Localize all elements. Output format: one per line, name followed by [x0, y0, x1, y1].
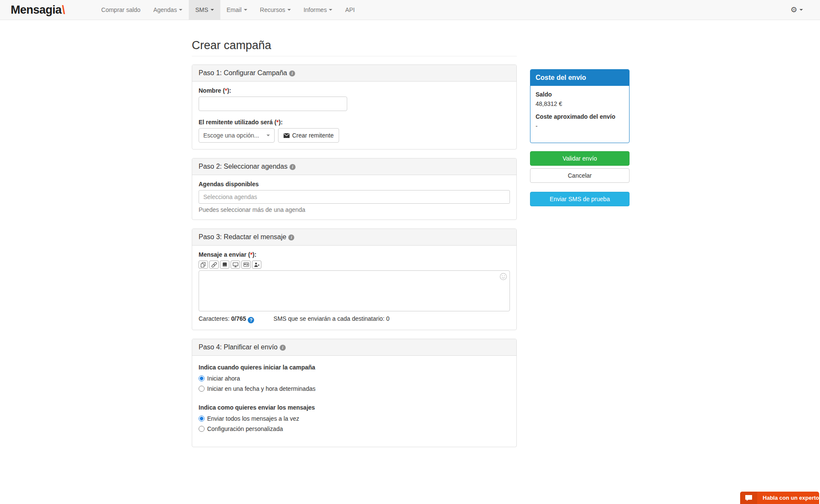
nav-item-comprar-saldo[interactable]: Comprar saldo [95, 0, 147, 20]
cost-panel: Coste del envío Saldo 48,8312 € Coste ap… [530, 69, 630, 143]
chevron-down-icon [244, 9, 247, 11]
radio-input[interactable] [199, 386, 205, 392]
help-question-icon[interactable]: ? [248, 317, 254, 323]
radio-input[interactable] [199, 426, 205, 432]
emoji-icon[interactable] [500, 273, 507, 280]
chevron-down-icon [179, 9, 182, 11]
message-textarea[interactable] [199, 270, 510, 311]
panel-step1-heading: Paso 1: Configurar Campañai [192, 65, 516, 82]
radio-input[interactable] [199, 416, 205, 422]
agendas-help-text: Puedes seleccionar más de una agenda [199, 206, 510, 213]
cost-panel-title: Coste del envío [530, 70, 629, 86]
radio-option-iniciar-ahora[interactable]: Iniciar ahora [199, 375, 510, 382]
panel-step2: Paso 2: Seleccionar agendasi Agendas dis… [192, 158, 517, 220]
start-group-label: Indica cuando quieres iniciar la campaña [199, 364, 510, 371]
chat-expert-button[interactable]: Habla con un experto [740, 492, 819, 504]
chevron-down-icon [287, 9, 291, 11]
panel-step4: Paso 4: Planificar el envíoi Indica cuan… [192, 339, 517, 447]
info-icon[interactable]: i [290, 164, 296, 170]
monitor-icon[interactable] [231, 261, 240, 269]
nav-item-agendas[interactable]: Agendas [147, 0, 189, 20]
radio-option-config-personalizada[interactable]: Configuración personalizada [199, 425, 510, 432]
radio-option-enviar-todos[interactable]: Enviar todos los mensajes a la vez [199, 415, 510, 422]
create-sender-button[interactable]: Crear remitente [278, 128, 339, 143]
radio-option-iniciar-fecha[interactable]: Iniciar en una fecha y hora determinadas [199, 385, 510, 392]
nav-item-recursos[interactable]: Recursos [254, 0, 297, 20]
id-card-icon[interactable] [241, 261, 251, 269]
name-label: Nombre (*): [199, 87, 510, 94]
nav-item-sms[interactable]: SMS [189, 0, 220, 20]
cancel-button[interactable]: Cancelar [530, 168, 630, 183]
nav-item-email[interactable]: Email [220, 0, 254, 20]
panel-step1: Paso 1: Configurar Campañai Nombre (*): … [192, 64, 517, 149]
nav-item-informes[interactable]: Informes [297, 0, 339, 20]
brand-logo[interactable]: Mensagia\ [11, 0, 65, 20]
user-remove-icon[interactable] [252, 261, 261, 269]
page-title: Crear campaña [192, 39, 517, 52]
chevron-down-icon [800, 9, 803, 11]
book-icon[interactable] [220, 261, 229, 269]
sender-label: El remitente utilizado será (*): [199, 119, 510, 126]
settings-menu[interactable]: ⚙ [791, 6, 803, 14]
chevron-down-icon [266, 135, 270, 136]
brand-name: Mensagia [11, 3, 62, 17]
title-divider [192, 56, 517, 56]
panel-step3-heading: Paso 3: Redactar el mensajei [192, 229, 516, 246]
top-navbar: Mensagia\ Comprar saldo Agendas SMS Emai… [0, 0, 820, 20]
agendas-label: Agendas disponibles [199, 181, 510, 188]
chat-bubble-icon [740, 492, 757, 504]
campaign-name-input[interactable] [199, 97, 347, 111]
panel-step3: Paso 3: Redactar el mensajei Mensaje a e… [192, 229, 517, 330]
message-toolbar [199, 261, 510, 269]
panel-step4-heading: Paso 4: Planificar el envíoi [192, 339, 516, 356]
chat-label: Habla con un experto [763, 495, 819, 501]
main-nav: Comprar saldo Agendas SMS Email Recursos… [95, 0, 361, 20]
send-test-sms-button[interactable]: Enviar SMS de prueba [530, 192, 630, 206]
send-group-label: Indica como quieres enviar los mensajes [199, 404, 510, 411]
chevron-down-icon [329, 9, 332, 11]
radio-input[interactable] [199, 375, 205, 381]
saldo-label: Saldo [536, 91, 624, 98]
nav-item-api[interactable]: API [339, 0, 361, 20]
chevron-down-icon [211, 9, 214, 11]
gear-icon: ⚙ [791, 6, 797, 14]
saldo-value: 48,8312 € [536, 100, 624, 107]
brand-slash: \ [62, 3, 65, 17]
validate-send-button[interactable]: Validar envío [530, 151, 630, 166]
cost-value: - [536, 123, 624, 129]
info-icon[interactable]: i [288, 234, 294, 240]
panel-step2-heading: Paso 2: Seleccionar agendasi [192, 158, 516, 175]
info-icon[interactable]: i [289, 70, 295, 76]
copy-icon[interactable] [199, 261, 208, 269]
agendas-select-input[interactable] [199, 190, 510, 204]
cost-label: Coste aproximado del envío [536, 113, 624, 120]
sender-select[interactable]: Escoge una opción... [199, 128, 275, 143]
envelope-icon [284, 133, 290, 138]
character-counter: Caracteres: 0/765?SMS que se enviarán a … [199, 315, 510, 323]
message-label: Mensaje a enviar (*): [199, 251, 510, 258]
link-icon[interactable] [209, 261, 219, 269]
info-icon[interactable]: i [280, 345, 286, 351]
